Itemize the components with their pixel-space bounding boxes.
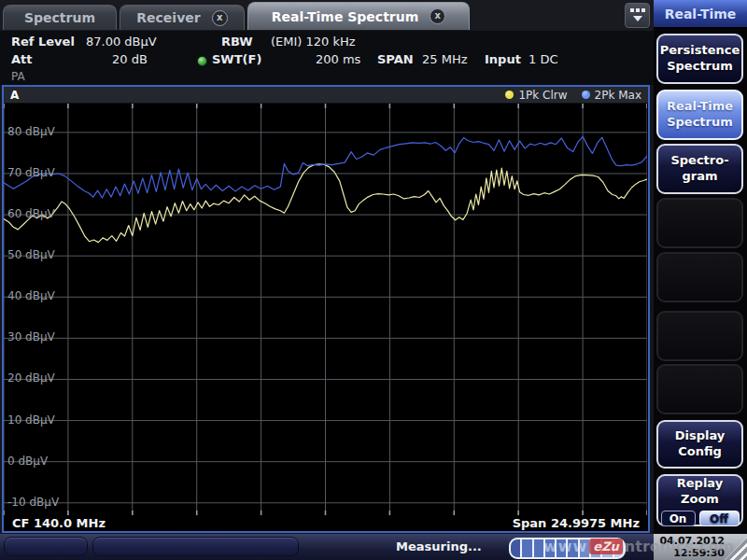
tab-list-button[interactable] — [625, 3, 650, 28]
y-axis-label: 60 dBµV — [7, 207, 55, 220]
progress-segment — [580, 539, 589, 557]
progress-segment — [568, 539, 577, 557]
progress-segment — [614, 539, 624, 557]
legend-label: 1Pk Clrw — [518, 89, 567, 102]
tab-label: Spectrum — [24, 10, 95, 25]
rbw-value: (EMI) 120 kHz — [271, 35, 356, 49]
y-axis-label: 80 dBµV — [7, 125, 55, 138]
sweep-progress-bar — [509, 538, 626, 559]
transducer-indicator: PA — [11, 70, 25, 83]
center-frequency: CF 140.0 MHz — [12, 516, 106, 530]
tab-spectrum[interactable]: Spectrum — [3, 5, 117, 30]
y-axis-label: 40 dBµV — [7, 289, 55, 302]
input-value: 1 DC — [529, 52, 558, 66]
tab-label: Real-Time Spectrum — [272, 9, 419, 24]
grid-and-traces — [4, 104, 647, 515]
legend-item[interactable]: 2Pk Max — [582, 89, 641, 102]
measurement-settings-bar: Ref Level 87.00 dBµV RBW (EMI) 120 kHz A… — [0, 31, 654, 85]
chevron-down-icon — [633, 16, 642, 21]
replay-zoom-off-option[interactable]: Off — [699, 511, 740, 526]
tab-receiver[interactable]: Receiverx — [120, 5, 245, 30]
y-axis-label: 70 dBµV — [7, 166, 55, 179]
softkey-real-time-spectrum[interactable]: Real-Time Spectrum — [656, 90, 743, 140]
progress-segment — [522, 539, 531, 557]
softkey-persistence-spectrum[interactable]: Persistence Spectrum — [656, 34, 743, 84]
y-axis-label: 10 dBµV — [7, 413, 55, 427]
ref-level-value: 87.00 dBµV — [86, 35, 157, 49]
trace-legend: 1Pk Clrw2Pk Max — [505, 89, 641, 102]
window-id: A — [10, 89, 19, 102]
y-axis-label: 0 dBµV — [7, 455, 48, 468]
replay-zoom-on-option[interactable]: On — [661, 511, 696, 526]
replay-zoom-label: Replay Zoom — [677, 476, 723, 508]
instrument-screen: SpectrumReceiverxReal-Time Spectrumx Ref… — [0, 0, 747, 560]
measuring-status: Measuring... — [396, 539, 482, 553]
softkey-empty-4[interactable] — [656, 198, 743, 248]
att-value: 20 dB — [112, 52, 148, 66]
replay-zoom-toggle: On Off — [661, 511, 740, 526]
display-config-button[interactable]: Display Config — [656, 420, 743, 469]
y-axis-label: 20 dBµV — [7, 371, 55, 385]
swt-value: 200 ms — [316, 52, 360, 66]
span-readout: Span 24.9975 MHz — [513, 516, 640, 530]
legend-item[interactable]: 1Pk Clrw — [505, 89, 567, 102]
time-value: 12:59:30 — [654, 547, 725, 559]
tab-real-time-spectrum[interactable]: Real-Time Spectrumx — [247, 2, 470, 30]
y-axis-label: 30 dBµV — [7, 330, 55, 343]
y-axis-label: 50 dBµV — [7, 248, 55, 261]
progress-segment — [511, 539, 520, 557]
span-value: 25 MHz — [422, 52, 468, 66]
status-bar: Measuring... — [0, 534, 654, 560]
progress-segment — [534, 539, 543, 557]
sweep-status-led-icon — [197, 56, 207, 66]
progress-segment — [602, 539, 612, 557]
status-field-message — [92, 537, 299, 556]
input-label: Input — [485, 52, 521, 66]
softkey-spectro-gram[interactable]: Spectro- gram — [656, 144, 743, 194]
close-icon[interactable]: x — [430, 8, 445, 24]
tab-label: Receiver — [136, 10, 200, 25]
progress-segment — [591, 539, 600, 557]
spectrum-plot: 80 dBµV70 dBµV60 dBµV50 dBµV40 dBµV30 dB… — [4, 104, 648, 515]
frequency-axis-bar: CF 140.0 MHz Span 24.9975 MHz — [4, 515, 648, 531]
date-value: 04.07.2012 — [654, 535, 725, 547]
progress-segment — [557, 539, 566, 557]
att-label: Att — [11, 52, 33, 66]
rbw-label: RBW — [221, 35, 253, 49]
status-field-left — [4, 537, 88, 556]
window-title-bar: A 1Pk Clrw2Pk Max — [4, 87, 648, 104]
y-axis-label: -10 dBµV — [7, 496, 59, 509]
softkey-menu-title: Real-Time — [654, 0, 747, 29]
close-icon[interactable]: x — [212, 10, 228, 26]
spectrum-window: A 1Pk Clrw2Pk Max 80 dBµV70 dBµV60 dBµV5… — [2, 85, 650, 533]
trace-color-dot-icon — [582, 91, 590, 99]
softkey-empty-5[interactable] — [656, 252, 743, 302]
tab-bar: SpectrumReceiverxReal-Time Spectrumx — [0, 0, 654, 31]
span-label: SPAN — [377, 52, 414, 66]
softkey-sidebar: Real-Time Persistence SpectrumReal-Time … — [654, 0, 747, 560]
progress-segment — [545, 539, 555, 557]
swt-label: SWT(F) — [212, 52, 261, 66]
trace-color-dot-icon — [505, 91, 514, 99]
ref-level-label: Ref Level — [11, 35, 75, 49]
softkey-empty-6[interactable] — [656, 311, 743, 361]
tab-list-dots-icon — [626, 8, 649, 12]
replay-zoom-button[interactable]: Replay Zoom On Off — [656, 474, 743, 526]
legend-label: 2Pk Max — [595, 89, 641, 102]
softkey-empty-7[interactable] — [656, 364, 743, 414]
